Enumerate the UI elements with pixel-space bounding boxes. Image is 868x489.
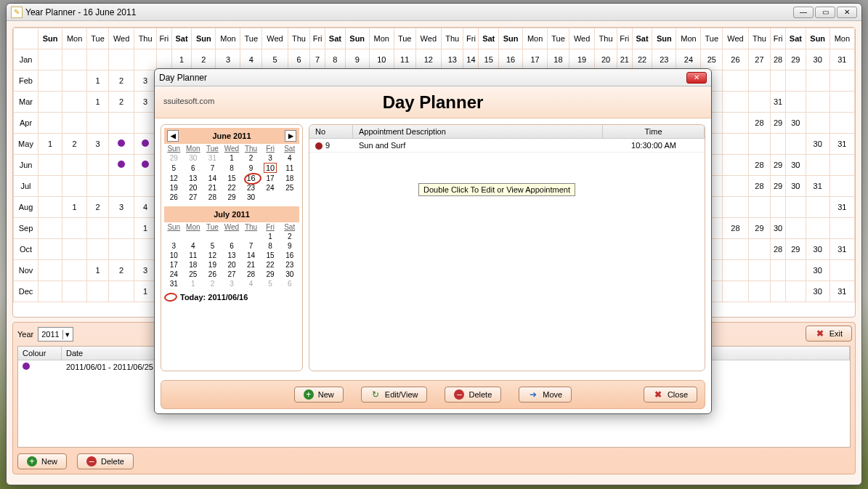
prev-month-button[interactable]: ◀ xyxy=(167,130,179,142)
dialog-title: Day Planner xyxy=(159,73,207,83)
dialog-titlebar[interactable]: Day Planner ✕ xyxy=(155,69,711,86)
chevron-down-icon: ▾ xyxy=(62,330,70,339)
titlebar[interactable]: Year Planner - 16 June 2011 — ▭ ✕ xyxy=(7,4,861,21)
month2-header: July 2011 xyxy=(164,206,299,222)
colour-dot-icon xyxy=(23,363,30,370)
tooltip: Double Click To Edit or View Appointment xyxy=(418,183,575,196)
appt-time: 10:30:00 AM xyxy=(603,139,705,152)
dialog-footer: +New ↻Edit/View –Delete ➜Move ✖Close xyxy=(161,380,705,409)
plus-icon: + xyxy=(27,456,37,466)
dlg-new-button[interactable]: +New xyxy=(294,387,344,403)
brand-label: ssuitesoft.com xyxy=(163,97,214,105)
day-planner-dialog: Day Planner ✕ ssuitesoft.com Day Planner… xyxy=(154,68,712,414)
today-link[interactable]: Today: 2011/06/16 xyxy=(164,293,299,302)
plus-icon: + xyxy=(304,389,314,400)
move-icon: ➜ xyxy=(528,389,538,400)
dlg-delete-button[interactable]: –Delete xyxy=(445,387,501,403)
col-desc[interactable]: Appointment Description xyxy=(353,125,603,138)
today-ring-icon xyxy=(163,292,177,302)
dlg-edit-button[interactable]: ↻Edit/View xyxy=(361,387,428,403)
year-select[interactable]: 2011 ▾ xyxy=(38,327,73,342)
col-no[interactable]: No xyxy=(309,125,353,138)
bullet-icon xyxy=(315,142,323,150)
month1-header: ◀ June 2011 ▶ xyxy=(164,128,299,144)
dialog-header: ssuitesoft.com Day Planner xyxy=(155,86,711,118)
mini-calendar-pane: ◀ June 2011 ▶ SunMonTueWedThuFriSat29303… xyxy=(161,124,303,371)
appt-desc: Sun and Surf xyxy=(353,139,603,152)
appointment-row[interactable]: 9 Sun and Surf 10:30:00 AM xyxy=(309,139,705,153)
minimize-button[interactable]: — xyxy=(793,7,814,18)
delete-button[interactable]: – Delete xyxy=(77,453,134,469)
mini-calendar-july[interactable]: SunMonTueWedThuFriSat1234567891011121314… xyxy=(164,222,299,288)
next-month-button[interactable]: ▶ xyxy=(285,130,296,142)
x-icon: ✖ xyxy=(653,389,663,400)
minus-icon: – xyxy=(86,456,97,466)
exit-button[interactable]: ✖ Exit xyxy=(806,326,852,342)
col-colour[interactable]: Colour xyxy=(18,347,62,360)
app-icon xyxy=(11,7,23,18)
mini-calendar-june[interactable]: SunMonTueWedThuFriSat2930311234567891011… xyxy=(164,144,299,202)
reload-icon: ↻ xyxy=(370,389,381,400)
year-value: 2011 xyxy=(41,330,59,339)
dialog-heading: Day Planner xyxy=(383,92,484,113)
new-button[interactable]: + New xyxy=(17,453,67,469)
x-icon: ✖ xyxy=(815,328,825,339)
maximize-button[interactable]: ▭ xyxy=(815,7,835,18)
dlg-close-button[interactable]: ✖Close xyxy=(644,387,697,403)
dlg-move-button[interactable]: ➜Move xyxy=(519,387,572,403)
appointment-pane: No Appointment Description Time 9 Sun an… xyxy=(309,124,705,371)
close-button[interactable]: ✕ xyxy=(837,7,857,18)
minus-icon: – xyxy=(454,389,464,400)
col-time[interactable]: Time xyxy=(603,125,705,138)
year-label: Year xyxy=(17,330,33,339)
dialog-close-button[interactable]: ✕ xyxy=(686,72,707,84)
window-title: Year Planner - 16 June 2011 xyxy=(25,7,136,17)
